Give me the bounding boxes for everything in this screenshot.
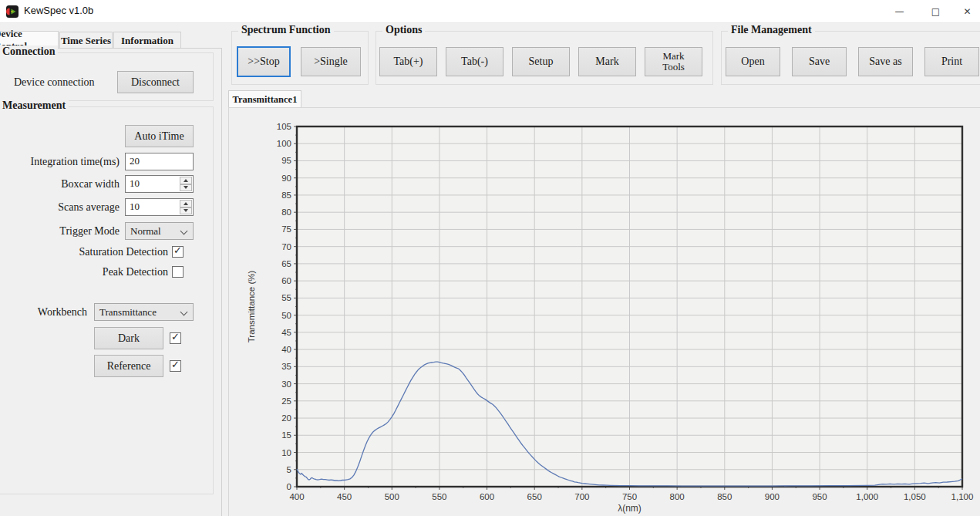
chevron-up-icon (184, 179, 188, 182)
tab-transmittance1[interactable]: Transmittance1 (228, 90, 301, 108)
mark-tools-button[interactable]: Mark Tools (645, 47, 702, 76)
chevron-down-icon (180, 228, 188, 235)
spin-up-button[interactable] (180, 200, 192, 207)
dark-button[interactable]: Dark (94, 327, 163, 349)
saturation-detection-checkbox[interactable] (172, 246, 184, 258)
spin-up-button[interactable] (180, 177, 192, 184)
disconnect-button[interactable]: Disconnect (117, 71, 194, 93)
spectrum-chart: 4004505005506006507007508008509009501,00… (231, 108, 980, 516)
svg-text:500: 500 (385, 492, 399, 501)
svg-text:95: 95 (281, 156, 291, 165)
svg-text:90: 90 (281, 174, 291, 183)
options-title: Options (382, 24, 425, 36)
svg-text:950: 950 (812, 492, 827, 501)
app-icon (6, 5, 19, 18)
scans-average-stepper[interactable]: 10 (125, 198, 194, 216)
scans-average-label: Scans average (8, 201, 120, 214)
spectrum-function-title: Spectrum Function (238, 24, 334, 36)
svg-text:40: 40 (281, 345, 291, 354)
integration-time-label: Integration time(ms) (8, 156, 120, 168)
svg-text:25: 25 (281, 396, 291, 406)
svg-text:400: 400 (289, 492, 304, 501)
reference-button-label: Reference (107, 360, 151, 372)
svg-text:45: 45 (281, 328, 291, 337)
svg-text:85: 85 (281, 191, 291, 200)
workbench-select[interactable]: Transmittance (94, 303, 194, 321)
single-button-label: >Single (314, 56, 348, 67)
print-button[interactable]: Print (924, 47, 979, 76)
svg-text:0: 0 (287, 482, 291, 491)
svg-text:10: 10 (281, 448, 291, 457)
tab-minus-button-label: Tab(-) (461, 56, 488, 67)
svg-text:900: 900 (765, 492, 780, 501)
svg-text:60: 60 (281, 276, 291, 285)
svg-text:λ(nm): λ(nm) (618, 503, 642, 514)
svg-text:650: 650 (527, 492, 542, 501)
peak-detection-checkbox[interactable] (172, 266, 184, 278)
svg-text:105: 105 (277, 122, 291, 131)
auto-itime-button[interactable]: Auto iTime (125, 125, 194, 147)
chevron-down-icon (184, 209, 188, 212)
svg-text:70: 70 (281, 242, 291, 251)
boxcar-width-value: 10 (130, 177, 140, 189)
workbench-value: Transmittance (99, 306, 157, 318)
mark-button-label: Mark (595, 56, 618, 67)
spin-down-button[interactable] (180, 207, 192, 215)
dark-checkbox[interactable] (170, 332, 181, 344)
tab-minus-button[interactable]: Tab(-) (446, 47, 503, 76)
saturation-detection-label: Saturation Detection (8, 246, 168, 258)
svg-text:Transmittance (%): Transmittance (%) (247, 271, 256, 343)
reference-button[interactable]: Reference (94, 355, 163, 377)
dark-button-label: Dark (118, 332, 140, 344)
tab-time-series-label: Time Series (61, 35, 111, 47)
svg-text:50: 50 (281, 311, 291, 320)
disconnect-button-label: Disconnect (131, 76, 180, 88)
tab-plus-button[interactable]: Tab(+) (379, 47, 437, 76)
svg-text:20: 20 (281, 413, 291, 423)
maximize-icon[interactable]: □ (918, 0, 953, 23)
title-bar: KewSpec v1.0b — □ ✕ (0, 0, 980, 23)
trigger-mode-select[interactable]: Normal (125, 222, 194, 240)
tab-information-label: Information (121, 35, 173, 47)
print-button-label: Print (941, 56, 962, 67)
integration-time-input[interactable]: 20 (125, 153, 194, 170)
chevron-down-icon (184, 186, 188, 189)
stop-button[interactable]: >>Stop (237, 46, 291, 77)
svg-text:1,000: 1,000 (856, 492, 878, 501)
minimize-icon[interactable]: — (882, 0, 917, 23)
tab-time-series[interactable]: Time Series (59, 32, 113, 49)
scans-average-value: 10 (130, 201, 140, 212)
trigger-mode-value: Normal (130, 225, 161, 237)
boxcar-width-stepper[interactable]: 10 (125, 175, 194, 193)
setup-button[interactable]: Setup (512, 47, 570, 76)
close-icon[interactable]: ✕ (955, 0, 980, 23)
chevron-down-icon (180, 309, 188, 316)
save-button[interactable]: Save (792, 47, 847, 76)
svg-text:600: 600 (480, 492, 494, 501)
reference-checkbox[interactable] (170, 360, 181, 372)
save-as-button[interactable]: Save as (858, 47, 913, 76)
save-as-button-label: Save as (869, 56, 901, 67)
tab-information[interactable]: Information (113, 32, 181, 49)
workbench-label: Workbench (8, 306, 87, 319)
tab-transmittance1-label: Transmittance1 (233, 94, 298, 106)
auto-itime-button-label: Auto iTime (134, 130, 184, 142)
mark-button[interactable]: Mark (578, 47, 636, 76)
svg-text:700: 700 (574, 492, 589, 501)
svg-text:450: 450 (337, 492, 352, 501)
save-button-label: Save (809, 56, 830, 67)
chevron-up-icon (184, 202, 188, 205)
stop-button-label: >>Stop (248, 56, 279, 67)
svg-text:5: 5 (287, 465, 291, 474)
open-button-label: Open (741, 56, 764, 67)
single-button[interactable]: >Single (301, 47, 361, 76)
svg-text:750: 750 (622, 492, 637, 501)
spin-down-button[interactable] (180, 184, 192, 192)
mark-tools-button-label: Mark Tools (658, 51, 690, 73)
svg-text:80: 80 (281, 207, 291, 217)
svg-text:55: 55 (281, 293, 291, 302)
open-button[interactable]: Open (726, 47, 780, 76)
svg-text:35: 35 (281, 362, 291, 371)
svg-text:850: 850 (717, 492, 732, 501)
svg-text:550: 550 (432, 492, 446, 501)
